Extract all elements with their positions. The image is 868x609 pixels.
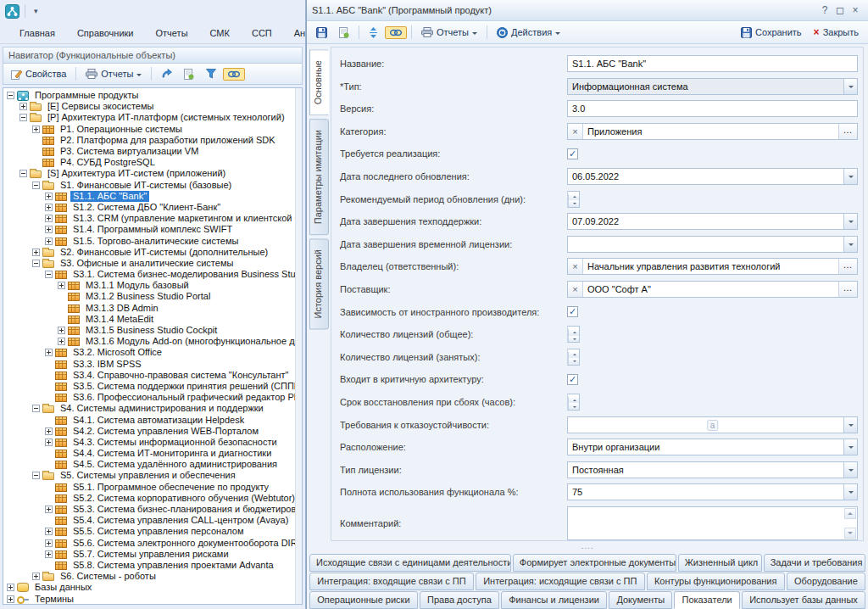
expand-icon[interactable] [45,215,53,222]
bottom-tab[interactable]: Интеграция: исходящие связи с ПП [476,573,645,590]
tree-item[interactable]: S1.4. Программный комплекс SWIFT [5,224,302,235]
field-text[interactable]: 3.0 [567,100,858,117]
tree-item[interactable]: P2. Платформа для разработки приложений … [5,135,302,146]
filter-button[interactable] [201,66,221,81]
tree-item[interactable]: S5.4. Система управления CALL-центром (A… [5,515,302,526]
collapse-icon[interactable] [32,405,40,412]
tree-item[interactable]: S3.5. Система поддержки принятия решений… [5,381,302,392]
bottom-tab[interactable]: Жизненный цикл [678,554,762,572]
field-combo[interactable]: 75 [567,483,858,500]
field-richcombo[interactable]: a [567,416,858,433]
field-combo[interactable]: Постоянная [567,461,858,478]
save-button[interactable]: Сохранить [736,25,807,41]
help-icon[interactable]: ? [817,4,832,16]
menu-item[interactable]: ССП [241,25,283,42]
tree-item[interactable]: S4.1. Система автоматизации Helpdesk [5,414,302,425]
dropdown-button[interactable] [843,237,857,252]
checkbox[interactable]: ✓ [567,306,578,317]
expand-icon[interactable] [45,349,53,356]
field-spin[interactable]: 1 000 [567,326,580,343]
tree-item[interactable]: S3. Офисные и аналитические системы [5,258,302,269]
expand-icon[interactable] [58,338,65,345]
tree-item[interactable]: S5.1. Программное обеспечение по продукт… [5,482,302,493]
tree-item[interactable]: S3.1. Система бизнес-моделирования Busin… [5,269,302,280]
ellipsis-button[interactable]: … [838,259,857,274]
field-spin[interactable]: 600 [567,349,580,366]
dropdown-button[interactable] [843,417,857,433]
tree-item[interactable]: S3.2. Microsoft Office [5,347,302,358]
expand-icon[interactable] [32,249,40,256]
spinner-buttons[interactable] [568,397,580,410]
side-tab[interactable]: Основные [309,49,329,115]
spin-down-icon[interactable] [569,358,580,365]
field-spin[interactable]: 20 [567,191,580,208]
collapse-icon[interactable] [32,472,40,479]
expand-icon[interactable] [7,584,14,591]
expand-icon[interactable] [45,539,53,547]
spin-up-icon[interactable] [569,329,580,336]
clear-icon[interactable]: × [568,259,583,274]
dropdown-button[interactable] [843,169,857,184]
dropdown-button[interactable] [843,484,857,500]
tree-item[interactable]: S5.5. Система управления персоналом [5,526,302,537]
expand-icon[interactable] [58,282,65,289]
expand-icon[interactable] [58,327,65,334]
tree-item[interactable]: S3.6. Профессиональный графический редак… [5,392,302,403]
clear-icon[interactable]: × [568,282,583,297]
splitter-handle[interactable]: .... [307,543,868,551]
bottom-tab[interactable]: Контуры функционирования [647,573,785,590]
reports-dropdown-button[interactable]: Отчеты [416,25,482,40]
tree-item[interactable]: S5. Системы управления и обеспечения [5,470,302,481]
tree-item[interactable]: S2. Финансовые ИТ-системы (дополнительны… [5,247,302,258]
actions-dropdown-button[interactable]: Действия [492,25,565,41]
bottom-tab[interactable]: Документы [609,591,672,609]
tree-item[interactable]: P3. Система виртуализации VM [5,146,302,157]
tree-item[interactable]: S5.8. Система управления проектами Advan… [5,560,302,571]
field-lookup[interactable]: ×Начальник управления развития технологи… [567,258,858,275]
properties-button[interactable]: Свойства [6,66,71,82]
bottom-tab[interactable]: Формирует электронные документы [513,554,676,572]
save-icon-button[interactable] [311,25,332,41]
close-button[interactable]: × Закрыть [809,24,864,41]
bottom-tab[interactable]: Показатели [674,591,740,609]
expand-icon[interactable] [19,103,27,110]
tree-scrollbar[interactable] [295,88,302,604]
ellipsis-button[interactable]: … [838,124,857,139]
clear-icon[interactable]: × [568,124,583,139]
expand-icon[interactable] [7,595,14,603]
spin-down-icon[interactable] [569,200,580,207]
expand-icon[interactable] [32,126,40,133]
menu-item[interactable]: Отчеты [145,25,199,42]
tree-item[interactable]: S1.1. АБС "Bank" [5,191,302,202]
reports-dropdown-button[interactable]: Отчеты [81,66,147,81]
refresh-document-button[interactable] [334,25,354,41]
expand-icon[interactable] [45,439,53,446]
field-text[interactable]: S1.1. АБС "Bank" [567,55,858,72]
expand-icon[interactable] [45,550,53,558]
dropdown-button[interactable] [843,214,857,229]
tree-item[interactable]: P4. СУБД PostgreSQL [5,157,302,168]
expand-icon[interactable] [45,528,53,535]
checkbox[interactable]: ✓ [567,374,578,385]
field-combo[interactable] [567,236,858,253]
tree-item[interactable]: S4.2. Система управления WEB-Порталом [5,426,302,437]
bottom-tab[interactable]: Финансы и лицензии [501,591,607,609]
tree-item[interactable]: M3.1.6 Модуль Add-on (многофункционально… [5,336,302,347]
spin-up-icon[interactable] [569,352,580,359]
tree-item[interactable]: S1. Финансовые ИТ-системы (базовые) [5,180,302,191]
tree-item[interactable]: Базы данных [5,582,302,593]
tree-item[interactable]: M3.1.1 Модуль базовый [5,280,302,291]
field-combo[interactable]: Внутри организации [567,439,858,455]
close-icon[interactable]: × [848,4,863,16]
collapse-icon[interactable] [19,114,27,121]
spinner-buttons[interactable] [568,194,580,207]
side-tab[interactable]: Параметры имитации [309,119,329,235]
tree-item[interactable]: P1. Операционные системы [5,124,302,135]
tree-item[interactable]: S4. Системы администрирования и поддержк… [5,403,302,414]
collapse-icon[interactable] [7,92,14,99]
tree-item[interactable]: S5.2. Система корпоративного обучения (W… [5,493,302,504]
expand-icon[interactable] [32,573,40,580]
memo-scrollbar[interactable] [844,508,856,539]
menu-item[interactable]: Анализ проце [283,25,305,42]
tree-item[interactable]: S4.4. Система ИТ-мониторинга и диагности… [5,448,302,459]
